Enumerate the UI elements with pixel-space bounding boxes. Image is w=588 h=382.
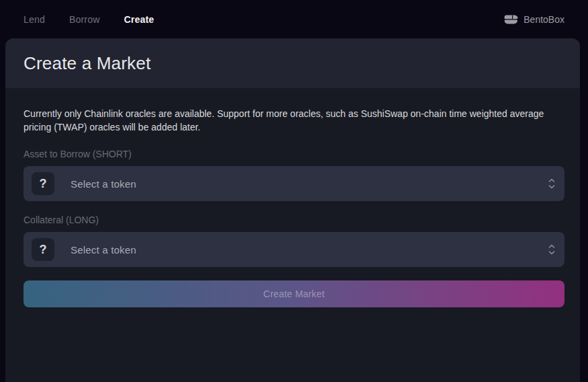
up-down-chevron-icon [548, 244, 555, 255]
up-down-chevron-icon [548, 178, 555, 189]
create-market-button[interactable]: Create Market [24, 280, 564, 307]
card-header: Create a Market [5, 38, 580, 88]
nav-item-lend[interactable]: Lend [24, 14, 45, 25]
bentobox-button[interactable]: BentoBox [504, 14, 564, 25]
bentobox-label: BentoBox [523, 14, 564, 25]
top-navigation: Lend Borrow Create BentoBox [0, 0, 588, 38]
collateral-label: Collateral (LONG) [24, 215, 564, 225]
unknown-token-icon: ? [32, 172, 54, 195]
collateral-select-placeholder: Select a token [71, 244, 136, 256]
collateral-select[interactable]: ? Select a token [24, 232, 564, 267]
nav-item-borrow[interactable]: Borrow [69, 14, 100, 25]
oracle-description-text: Currently only Chainlink oracles are ava… [24, 107, 564, 134]
card-body: Currently only Chainlink oracles are ava… [5, 88, 580, 307]
nav-item-create[interactable]: Create [124, 14, 155, 25]
asset-select-placeholder: Select a token [71, 178, 136, 190]
asset-to-borrow-label: Asset to Borrow (SHORT) [24, 149, 564, 159]
bento-box-icon [504, 15, 518, 24]
asset-to-borrow-select[interactable]: ? Select a token [24, 166, 564, 201]
unknown-token-icon: ? [32, 238, 54, 261]
create-market-card: Create a Market Currently only Chainlink… [5, 38, 580, 382]
page-title: Create a Market [24, 53, 151, 74]
nav-links: Lend Borrow Create [24, 14, 154, 25]
